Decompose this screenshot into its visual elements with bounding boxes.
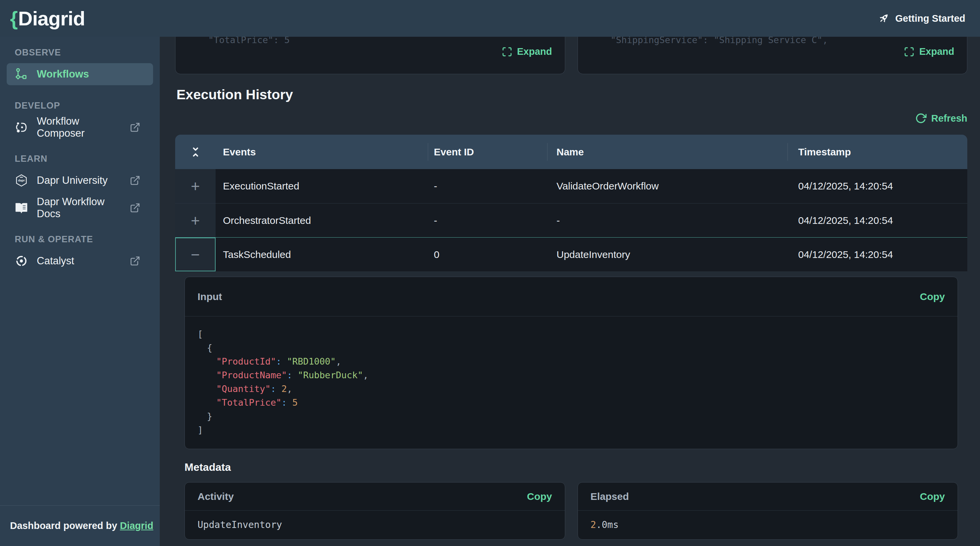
copy-button[interactable]: Copy — [527, 491, 552, 502]
elapsed-value: 2.0ms — [578, 511, 958, 539]
activity-card-title: Activity — [197, 491, 234, 502]
collapse-all-button[interactable] — [175, 135, 216, 169]
cell-name: UpdateInventory — [547, 249, 788, 260]
nav-section-label: LEARN — [0, 154, 160, 164]
expand-icon — [904, 46, 915, 57]
column-header-event-id: Event ID — [428, 135, 547, 169]
sidebar-item-dapr-university[interactable]: dapr Dapr University — [7, 170, 153, 192]
input-json-code: [ { "ProductId": "RBD1000", "ProductName… — [185, 316, 958, 449]
json-line: ] — [197, 423, 945, 437]
column-header-name: Name — [547, 135, 788, 169]
table-row: + ExecutionStarted - ValidateOrderWorkfl… — [175, 169, 967, 203]
nav-section-observe: OBSERVE Workflows — [0, 48, 160, 85]
copy-button[interactable]: Copy — [920, 291, 945, 302]
input-panel-title: Input — [197, 291, 222, 302]
sidebar-item-label: Dapr University — [37, 175, 108, 186]
collapse-row-button[interactable]: − — [175, 238, 216, 271]
cell-event-id: - — [428, 181, 547, 192]
json-line: "ProductName": "RubberDuck", — [197, 368, 945, 382]
expand-label: Expand — [517, 46, 552, 57]
getting-started-label: Getting Started — [896, 13, 965, 24]
cell-timestamp: 04/12/2025, 14:20:54 — [788, 249, 967, 260]
table-header-row: Events Event ID Name Timestamp — [175, 135, 967, 169]
collapse-vertical-icon — [189, 145, 202, 159]
workflow-icon — [15, 68, 28, 81]
nav-section-label: DEVELOP — [0, 101, 160, 111]
execution-history-table: Events Event ID Name Timestamp + Executi… — [175, 135, 967, 271]
sidebar-item-workflow-composer[interactable]: Workflow Composer — [7, 116, 153, 138]
workflow-composer-icon — [15, 121, 28, 134]
json-line: } — [197, 410, 945, 423]
json-line: "Quantity": 2, — [197, 382, 945, 396]
table-row: + OrchestratorStarted - - 04/12/2025, 14… — [175, 203, 967, 237]
activity-value: UpdateInventory — [185, 511, 565, 539]
cell-timestamp: 04/12/2025, 14:20:54 — [788, 181, 967, 192]
cell-name: ValidateOrderWorkflow — [547, 181, 788, 192]
copy-button[interactable]: Copy — [920, 491, 945, 502]
external-link-icon — [130, 256, 140, 266]
nav-section-label: RUN & OPERATE — [0, 234, 160, 244]
external-link-icon — [130, 203, 140, 213]
elapsed-card-title: Elapsed — [590, 491, 629, 502]
activity-card-header: Activity Copy — [185, 483, 565, 511]
external-link-icon — [130, 175, 140, 186]
cell-name: - — [547, 215, 788, 226]
cell-event-id: 0 — [428, 249, 547, 260]
page-title: Execution History — [177, 87, 967, 103]
expand-label: Expand — [919, 46, 954, 57]
catalyst-icon — [15, 254, 28, 268]
expand-button[interactable]: Expand — [502, 46, 552, 57]
metadata-title: Metadata — [185, 461, 958, 473]
input-panel-header: Input Copy — [185, 277, 958, 316]
sidebar-item-label: Catalyst — [37, 255, 74, 267]
sidebar-item-label: Workflows — [37, 68, 89, 80]
activity-card: Activity Copy UpdateInventory — [185, 482, 565, 540]
rocket-icon — [877, 12, 890, 25]
input-panel: Input Copy [ { "ProductId": "RBD1000", "… — [185, 277, 958, 449]
refresh-button[interactable]: Refresh — [915, 113, 967, 124]
json-line: "TotalPrice": 5 — [197, 396, 945, 410]
minus-icon: − — [191, 246, 200, 263]
plus-icon: + — [191, 177, 200, 195]
workflow-output-panel: "ShippingService": "Shipping Service C",… — [578, 37, 967, 74]
sidebar-item-catalyst[interactable]: Catalyst — [7, 250, 153, 272]
dapr-university-icon: dapr — [15, 174, 28, 187]
plus-icon: + — [191, 211, 200, 230]
elapsed-card-header: Elapsed Copy — [578, 483, 958, 511]
json-line: "ProductId": "RBD1000", — [197, 354, 945, 368]
column-header-timestamp: Timestamp — [788, 135, 967, 169]
refresh-icon — [915, 113, 926, 124]
expand-icon — [502, 46, 512, 57]
external-link-icon — [130, 122, 140, 133]
cell-events: OrchestratorStarted — [216, 215, 428, 226]
sidebar: OBSERVE Workflows DEVELOP — [0, 37, 160, 546]
diagrid-logo[interactable]: {Diagrid — [10, 7, 85, 30]
json-line: { — [197, 341, 945, 354]
table-row-expanded: − TaskScheduled 0 UpdateInventory 04/12/… — [175, 237, 967, 271]
logo-brace: { — [10, 7, 18, 30]
expand-row-button[interactable]: + — [175, 169, 216, 203]
main-content: "TotalPrice": 5 Expand "ShippingService"… — [160, 37, 980, 546]
svg-text:dapr: dapr — [18, 179, 25, 182]
sidebar-item-label: Workflow Composer — [37, 115, 121, 139]
expand-row-button[interactable]: + — [175, 203, 216, 237]
elapsed-card: Elapsed Copy 2.0ms — [578, 482, 958, 540]
nav-section-learn: LEARN dapr Dapr University — [0, 154, 160, 219]
book-open-icon — [15, 201, 28, 214]
expand-button[interactable]: Expand — [904, 46, 954, 57]
cell-timestamp: 04/12/2025, 14:20:54 — [788, 215, 967, 226]
nav-section-label: OBSERVE — [0, 48, 160, 58]
metadata-cards-row: Activity Copy UpdateInventory Elapsed Co… — [185, 482, 958, 540]
sidebar-item-label: Dapr Workflow Docs — [37, 196, 121, 220]
io-panels-row: "TotalPrice": 5 Expand "ShippingService"… — [175, 37, 967, 74]
logo-wordmark: Diagrid — [18, 7, 85, 30]
sidebar-item-workflows[interactable]: Workflows — [7, 63, 153, 85]
diagrid-footer-link[interactable]: Diagrid — [120, 520, 153, 531]
sidebar-item-dapr-workflow-docs[interactable]: Dapr Workflow Docs — [7, 197, 153, 219]
getting-started-button[interactable]: Getting Started — [877, 12, 965, 25]
powered-by-text: Dashboard powered by — [10, 520, 117, 531]
column-header-events: Events — [216, 135, 428, 169]
nav-section-develop: DEVELOP Workflow Composer — [0, 101, 160, 138]
refresh-label: Refresh — [931, 113, 967, 124]
app-header: {Diagrid Getting Started — [0, 0, 980, 37]
